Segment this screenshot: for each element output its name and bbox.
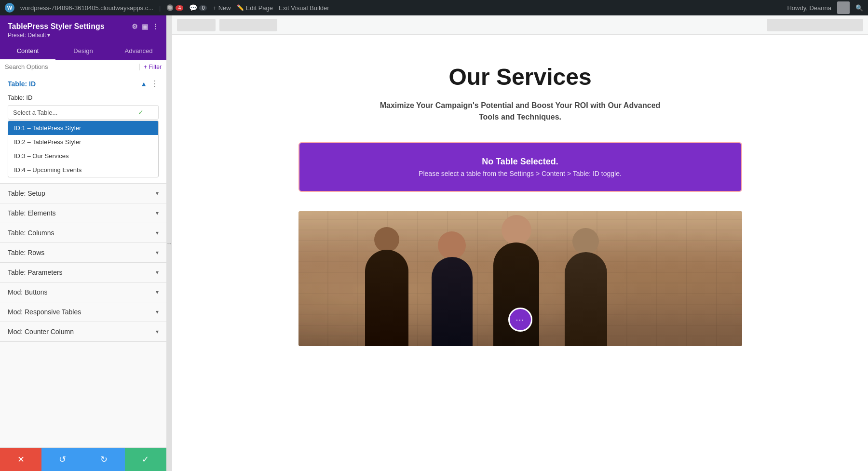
toolbar-block-2[interactable] [219,19,277,31]
section-table-setup-title: Table: Setup [8,189,156,197]
section-mod-responsive-header[interactable]: Mod: Responsive Tables ▾ [0,302,166,322]
chevron-down-icon-responsive: ▾ [156,309,159,315]
chevron-down-icon-columns: ▾ [156,229,159,236]
section-mod-counter-header[interactable]: Mod: Counter Column ▾ [0,322,166,341]
person-2 [432,231,473,346]
more-icon[interactable]: ⋮ [152,23,159,30]
filter-button[interactable]: + Filter [139,64,162,70]
section-table-id-controls: ▲ ⋮ [140,79,159,88]
tab-content[interactable]: Content [0,42,55,60]
no-table-inner: No Table Selected. Please select a table… [299,143,741,191]
tab-design[interactable]: Design [55,42,111,60]
chevron-down-icon-rows: ▾ [156,249,159,256]
save-button[interactable]: ✓ [125,448,166,471]
howdy-text: Howdy, Deanna [787,4,831,12]
edit-page-button[interactable]: ✏️ Edit Page [237,4,273,12]
sidebar-title-text: TablePress Styler Settings [8,22,105,31]
section-mod-buttons-title: Mod: Buttons [8,288,156,296]
section-table-id: Table: ID ▲ ⋮ Table: ID Select a Table..… [0,73,166,184]
section-table-id-header[interactable]: Table: ID ▲ ⋮ [0,73,166,94]
fab-dots: ··· [515,315,524,325]
table-select-trigger[interactable]: Select a Table... ✓ [8,105,159,120]
preset-selector[interactable]: Preset: Default ▾ [8,32,159,39]
preset-chevron: ▾ [47,32,50,39]
section-table-parameters-header[interactable]: Table: Parameters ▾ [0,263,166,282]
undo-button[interactable]: ↺ [41,448,83,471]
chevron-down-icon: ▾ [156,190,159,197]
site-link[interactable]: wordpress-784896-3610405.cloudwaysapps.c… [20,4,153,12]
section-table-rows: Table: Rows ▾ [0,243,166,263]
table-id-label: Table: ID [8,94,159,101]
chevron-down-icon-buttons: ▾ [156,289,159,296]
sidebar-bottom-bar: ✕ ↺ ↻ ✓ [0,447,166,471]
collapse-icon[interactable]: ▲ [140,80,147,88]
sidebar-header: TablePress Styler Settings ⚙ ▣ ⋮ Preset:… [0,15,166,42]
section-table-elements: Table: Elements ▾ [0,203,166,223]
section-mod-buttons-header[interactable]: Mod: Buttons ▾ [0,283,166,302]
check-icon: ✓ [138,108,144,116]
section-table-setup: Table: Setup ▾ [0,184,166,203]
image-section: ··· [298,211,742,346]
search-input[interactable] [5,63,136,70]
sep1: | [159,4,161,12]
no-table-notice: No Table Selected. Please select a table… [298,142,742,192]
bubble-counter[interactable]: 🔘 4 [166,4,183,11]
dropdown-item-2[interactable]: ID:2 – TablePress Styler [8,135,158,149]
section-mod-responsive-title: Mod: Responsive Tables [8,308,156,316]
head-1 [374,227,399,252]
builder-toolbar [172,15,868,35]
section-table-rows-header[interactable]: Table: Rows ▾ [0,243,166,262]
no-table-desc: Please select a table from the Settings … [309,170,732,177]
fab-button[interactable]: ··· [508,308,532,332]
sidebar-tabs: Content Design Advanced [0,42,166,60]
sidebar-title-bar: TablePress Styler Settings ⚙ ▣ ⋮ [8,22,159,31]
search-toggle[interactable]: 🔍 [855,4,863,12]
wp-logo[interactable]: W [5,3,14,13]
resize-handle[interactable] [166,15,172,471]
dropdown-item-3[interactable]: ID:3 – Our Services [8,149,158,163]
page-title: Our Services [182,64,858,90]
section-more-icon[interactable]: ⋮ [151,79,159,88]
exit-builder-button[interactable]: Exit Visual Builder [279,4,329,12]
settings-icon[interactable]: ⚙ [132,23,138,30]
chevron-down-icon-parameters: ▾ [156,269,159,276]
section-mod-counter-title: Mod: Counter Column [8,328,156,336]
section-table-id-title: Table: ID [8,80,140,88]
search-bar: + Filter [0,60,166,73]
new-content-button[interactable]: + New [213,4,231,12]
toolbar-block-3[interactable] [767,19,863,31]
person-4 [565,228,607,346]
head-3 [502,215,531,245]
head-4 [572,228,599,255]
sidebar-title-icons: ⚙ ▣ ⋮ [132,23,159,30]
user-avatar[interactable] [837,1,850,14]
section-table-columns-title: Table: Columns [8,229,156,237]
toolbar-block-1[interactable] [177,19,216,31]
page-subtitle: Maximize Your Campaign's Potential and B… [376,100,665,123]
section-table-elements-header[interactable]: Table: Elements ▾ [0,203,166,223]
section-table-columns-header[interactable]: Table: Columns ▾ [0,223,166,242]
section-table-rows-title: Table: Rows [8,249,156,256]
section-table-setup-header[interactable]: Table: Setup ▾ [0,184,166,203]
dropdown-item-4[interactable]: ID:4 – Upcoming Events [8,163,158,177]
chevron-down-icon-counter: ▾ [156,328,159,335]
section-mod-counter: Mod: Counter Column ▾ [0,322,166,342]
no-table-title: No Table Selected. [309,157,732,167]
comment-counter[interactable]: 💬 0 [189,4,207,12]
section-table-parameters-title: Table: Parameters [8,269,156,276]
main-layout: TablePress Styler Settings ⚙ ▣ ⋮ Preset:… [0,15,868,471]
cancel-button[interactable]: ✕ [0,448,41,471]
admin-bar-right: Howdy, Deanna 🔍 [787,1,863,14]
redo-button[interactable]: ↻ [83,448,125,471]
dropdown-item-1[interactable]: ID:1 – TablePress Styler [8,121,158,135]
table-dropdown: ID:1 – TablePress Styler ID:2 – TablePre… [8,121,159,177]
body-2 [432,257,473,346]
section-mod-responsive: Mod: Responsive Tables ▾ [0,302,166,322]
section-table-id-body: Table: ID Select a Table... ✓ ID:1 – Tab… [0,94,166,183]
head-2 [438,231,466,259]
columns-icon[interactable]: ▣ [142,23,148,30]
person-1 [365,227,408,346]
page-content: Our Services Maximize Your Campaign's Po… [172,35,868,346]
tab-advanced[interactable]: Advanced [111,42,166,60]
section-table-columns: Table: Columns ▾ [0,223,166,243]
